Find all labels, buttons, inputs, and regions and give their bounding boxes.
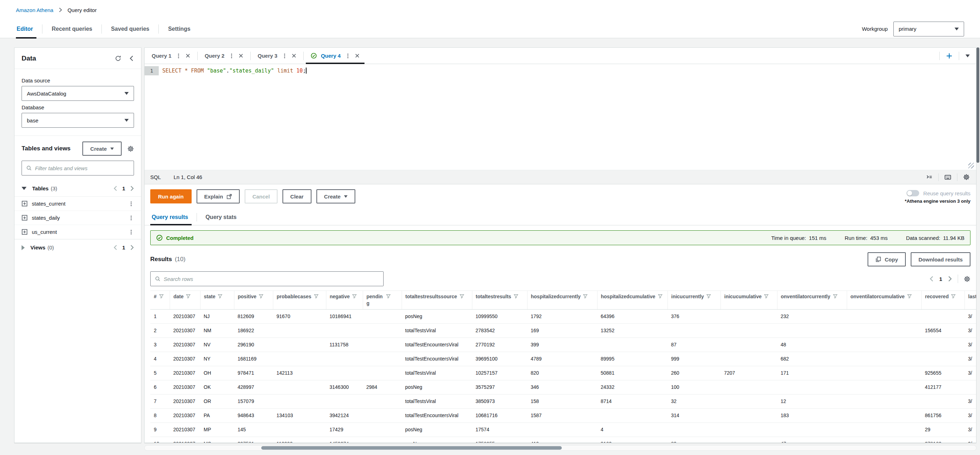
column-header-date[interactable]: date <box>170 291 200 310</box>
column-header-onventilatorcurrently[interactable]: onventilatorcurrently <box>777 291 847 310</box>
column-header-[interactable]: # <box>150 291 170 310</box>
column-header-totaltestresults[interactable]: totaltestresults <box>472 291 527 310</box>
close-icon[interactable] <box>239 53 243 58</box>
column-header-totaltestresultssource[interactable]: totaltestresultssource <box>402 291 472 310</box>
filter-icon[interactable] <box>951 294 956 299</box>
format-query-icon[interactable] <box>920 174 938 180</box>
filter-icon[interactable] <box>314 294 318 299</box>
run-again-button[interactable]: Run again <box>150 189 192 203</box>
query-tab-menu[interactable] <box>229 53 234 59</box>
column-header-state[interactable]: state <box>200 291 234 310</box>
column-header-inicucurrently[interactable]: inicucurrently <box>668 291 721 310</box>
create-query-button[interactable]: Create <box>317 189 356 203</box>
database-select[interactable]: base <box>22 113 134 128</box>
kebab-icon[interactable] <box>282 53 288 59</box>
tab-overflow-menu[interactable] <box>966 54 974 57</box>
tab-query-results[interactable]: Query results <box>150 209 197 225</box>
sql-code-editor[interactable]: 1 SELECT * FROM "base"."states_daily" li… <box>145 64 976 170</box>
kebab-icon[interactable] <box>176 53 181 59</box>
kebab-icon[interactable] <box>128 215 134 221</box>
chevron-right-icon[interactable] <box>948 276 952 282</box>
cancel-button[interactable]: Cancel <box>245 189 277 203</box>
copy-button[interactable]: Copy <box>867 252 906 267</box>
data-source-select[interactable]: AwsDataCatalog <box>22 86 134 101</box>
chevron-left-icon[interactable] <box>929 276 934 282</box>
query-tab-query-1[interactable]: Query 1 <box>145 48 197 64</box>
horizontal-scrollbar-thumb[interactable] <box>261 446 562 450</box>
query-tab-close[interactable] <box>239 53 243 58</box>
column-header-onventilatorcumulative[interactable]: onventilatorcumulative <box>847 291 921 310</box>
tab-settings[interactable]: Settings <box>159 20 199 38</box>
tab-saved-queries[interactable]: Saved queries <box>102 20 159 38</box>
search-rows-input[interactable] <box>164 276 379 282</box>
filter-icon[interactable] <box>706 294 711 299</box>
column-header-probablecases[interactable]: probablecases <box>273 291 326 310</box>
table-item-states-daily[interactable]: states_daily <box>14 211 141 225</box>
chevron-right-icon[interactable] <box>130 245 134 250</box>
column-header-recovered[interactable]: recovered <box>921 291 964 310</box>
clear-button[interactable]: Clear <box>283 189 312 203</box>
editor-resize-grip[interactable] <box>968 163 974 168</box>
column-header-lastupdateet[interactable]: lastupdateet <box>964 291 976 310</box>
query-tab-close[interactable] <box>355 53 360 58</box>
filter-icon[interactable] <box>833 294 837 299</box>
workgroup-select[interactable]: primary <box>893 22 964 37</box>
filter-icon[interactable] <box>218 294 223 299</box>
table-item-menu[interactable] <box>128 229 134 235</box>
query-tab-query-3[interactable]: Query 3 <box>251 48 303 64</box>
kebab-icon[interactable] <box>229 53 234 59</box>
collapse-panel-icon[interactable] <box>129 55 134 62</box>
filter-icon[interactable] <box>352 294 357 299</box>
new-query-tab-button[interactable] <box>946 53 953 59</box>
filter-icon[interactable] <box>186 294 191 299</box>
table-item-menu[interactable] <box>128 215 134 221</box>
filter-icon[interactable] <box>460 294 464 299</box>
filter-icon[interactable] <box>907 294 912 299</box>
column-header-pending[interactable]: pending <box>363 291 402 310</box>
close-icon[interactable] <box>186 53 190 58</box>
gear-icon[interactable] <box>958 174 970 180</box>
tables-group-row[interactable]: Tables (3) 1 <box>14 180 141 197</box>
close-icon[interactable] <box>292 53 296 58</box>
filter-icon[interactable] <box>159 294 164 299</box>
kebab-icon[interactable] <box>345 53 351 59</box>
column-header-positive[interactable]: positive <box>234 291 273 310</box>
views-group-row[interactable]: Views (0) 1 <box>14 239 141 255</box>
chevron-left-icon[interactable] <box>113 245 118 250</box>
filter-tables-input[interactable] <box>35 165 129 171</box>
query-tab-menu[interactable] <box>176 53 181 59</box>
chevron-right-icon[interactable] <box>130 186 134 191</box>
query-tab-close[interactable] <box>292 53 296 58</box>
query-tab-menu[interactable] <box>282 53 288 59</box>
tab-query-stats[interactable]: Query stats <box>197 209 245 225</box>
explain-button[interactable]: Explain <box>197 189 240 203</box>
filter-icon[interactable] <box>583 294 587 299</box>
gear-icon[interactable] <box>127 145 134 152</box>
filter-icon[interactable] <box>259 294 263 299</box>
tab-editor[interactable]: Editor <box>16 20 42 38</box>
column-header-inicucumulative[interactable]: inicucumulative <box>721 291 777 310</box>
filter-icon[interactable] <box>386 294 391 299</box>
plus-box-icon[interactable] <box>22 215 27 221</box>
query-tab-query-2[interactable]: Query 2 <box>197 48 250 64</box>
column-header-negative[interactable]: negative <box>326 291 363 310</box>
plus-box-icon[interactable] <box>22 201 27 207</box>
column-header-hospitalizedcumulative[interactable]: hospitalizedcumulative <box>597 291 668 310</box>
gear-icon[interactable] <box>964 276 970 283</box>
plus-box-icon[interactable] <box>22 229 27 235</box>
breadcrumb-link-amazon-athena[interactable]: Amazon Athena <box>16 7 53 13</box>
table-item-states-current[interactable]: states_current <box>14 197 141 211</box>
create-button[interactable]: Create <box>83 142 122 156</box>
refresh-icon[interactable] <box>115 55 121 62</box>
query-tab-close[interactable] <box>186 53 190 58</box>
query-tab-menu[interactable] <box>345 53 351 59</box>
tab-recent-queries[interactable]: Recent queries <box>43 20 102 38</box>
query-tab-query-4[interactable]: Query 4 <box>304 48 367 64</box>
kebab-icon[interactable] <box>128 229 134 235</box>
kebab-icon[interactable] <box>128 201 134 207</box>
table-item-menu[interactable] <box>128 201 134 207</box>
column-header-hospitalizedcurrently[interactable]: hospitalizedcurrently <box>527 291 597 310</box>
filter-icon[interactable] <box>764 294 768 299</box>
vertical-scrollbar-thumb[interactable] <box>977 48 979 163</box>
filter-icon[interactable] <box>658 294 662 299</box>
